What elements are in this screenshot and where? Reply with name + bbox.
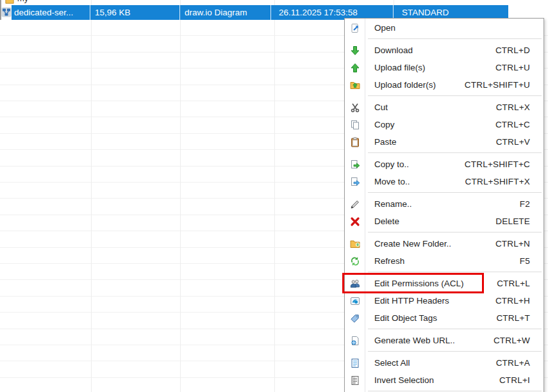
menu-item-rename[interactable]: Rename..F2 (345, 195, 544, 213)
tags-icon (345, 313, 365, 323)
menu-item-copy[interactable]: CopyCTRL+C (345, 116, 544, 133)
menu-item-shortcut: CTRL+U (495, 63, 544, 72)
column-divider (180, 0, 181, 392)
web-url-icon (345, 336, 365, 346)
invert-selection-icon (345, 375, 365, 386)
menu-item-cut[interactable]: CutCTRL+X (345, 99, 544, 116)
menu-item-label: Delete (365, 216, 495, 226)
menu-separator (345, 151, 544, 156)
menu-separator (345, 270, 544, 275)
menu-item-shortcut: CTRL+H (495, 296, 544, 306)
copy-to-icon (345, 159, 365, 170)
file-name: my new folder (17, 0, 38, 5)
menu-item-shortcut: CTRL+W (494, 336, 544, 345)
menu-item-label: Select All (365, 358, 496, 368)
copy-icon (345, 120, 365, 130)
menu-item-refresh[interactable]: RefreshF5 (345, 252, 544, 270)
menu-item-upload-folder-s[interactable]: Upload folder(s)CTRL+SHIFT+U (345, 76, 544, 94)
delete-icon (345, 216, 365, 227)
menu-item-shortcut: CTRL+V (496, 137, 544, 147)
move-to-icon (345, 177, 365, 187)
menu-item-label: Edit Permissions (ACL) (365, 279, 497, 288)
file-row-partial[interactable]: my new folder (0, 0, 548, 5)
context-menu: OpenDownloadCTRL+DUpload file(s)CTRL+UUp… (344, 18, 544, 392)
upload-icon (345, 63, 365, 73)
menu-item-shortcut: F2 (520, 199, 544, 209)
menu-item-shortcut: CTRL+C (495, 120, 544, 129)
file-type: draw.io Diagram (180, 5, 271, 20)
menu-item-label: Paste (365, 137, 496, 147)
menu-item-invert-selection[interactable]: Invert SelectionCTRL+I (345, 372, 544, 389)
menu-item-paste[interactable]: PasteCTRL+V (345, 133, 544, 151)
menu-item-label: Rename.. (365, 199, 520, 209)
menu-separator (345, 190, 544, 195)
menu-item-shortcut: CTRL+SHIFT+U (465, 80, 544, 90)
menu-item-label: Copy (365, 120, 495, 129)
paste-icon (345, 137, 365, 147)
menu-item-shortcut: CTRL+A (496, 358, 544, 368)
menu-item-download[interactable]: DownloadCTRL+D (345, 42, 544, 59)
menu-separator (345, 94, 544, 99)
http-headers-icon (345, 296, 365, 306)
menu-item-upload-file-s[interactable]: Upload file(s)CTRL+U (345, 59, 544, 76)
menu-separator (345, 230, 544, 235)
folder-icon (5, 0, 14, 4)
new-folder-icon (345, 239, 365, 249)
menu-separator (345, 37, 544, 42)
menu-item-shortcut: CTRL+SHIFT+C (465, 159, 544, 169)
menu-item-label: Create New Folder.. (365, 239, 495, 249)
rename-icon (345, 199, 365, 209)
file-manager-screen: my new folder dedicated-ser... 15,96 KB … (0, 0, 548, 392)
menu-item-shortcut: CTRL+N (495, 239, 544, 249)
menu-item-label: Edit HTTP Headers (365, 296, 495, 306)
column-divider (91, 0, 92, 392)
menu-item-create-new-folder[interactable]: Create New Folder..CTRL+N (345, 235, 544, 252)
drawio-file-icon (1, 7, 12, 17)
menu-item-shortcut: CTRL+I (499, 375, 544, 385)
download-icon (345, 45, 365, 56)
file-size: 15,96 KB (90, 5, 180, 20)
menu-item-shortcut: F5 (520, 256, 544, 266)
menu-item-shortcut: CTRL+D (495, 45, 544, 55)
menu-item-edit-permissions-acl[interactable]: Edit Permissions (ACL)CTRL+L (345, 275, 544, 292)
menu-item-generate-web-url[interactable]: Generate Web URL..CTRL+W (345, 332, 544, 349)
permissions-icon (345, 279, 365, 289)
menu-item-label: Edit Object Tags (365, 313, 496, 323)
menu-item-label: Cut (365, 102, 496, 112)
select-all-icon (345, 358, 365, 368)
menu-item-label: Invert Selection (365, 375, 499, 385)
menu-separator (345, 389, 544, 392)
menu-item-edit-http-headers[interactable]: Edit HTTP HeadersCTRL+H (345, 292, 544, 309)
menu-item-label: Move to.. (365, 177, 465, 186)
menu-item-label: Upload folder(s) (365, 80, 465, 90)
menu-item-edit-object-tags[interactable]: Edit Object TagsCTRL+T (345, 309, 544, 327)
menu-item-label: Download (365, 45, 495, 55)
menu-separator (345, 349, 544, 354)
menu-item-label: Refresh (365, 256, 520, 266)
menu-item-shortcut: CTRL+L (497, 279, 544, 288)
menu-item-label: Upload file(s) (365, 63, 495, 72)
refresh-icon (345, 256, 365, 266)
column-divider (274, 0, 275, 392)
menu-item-move-to[interactable]: Move to..CTRL+SHIFT+X (345, 173, 544, 190)
upload-folder-icon (345, 80, 365, 90)
menu-item-select-all[interactable]: Select AllCTRL+A (345, 354, 544, 372)
menu-item-delete[interactable]: DeleteDELETE (345, 213, 544, 230)
menu-item-label: Copy to.. (365, 159, 465, 169)
menu-item-shortcut: CTRL+SHIFT+X (465, 177, 544, 186)
cut-icon (345, 102, 365, 113)
menu-item-shortcut: DELETE (495, 216, 544, 226)
menu-item-open[interactable]: Open (345, 19, 544, 37)
menu-item-shortcut: CTRL+T (496, 313, 544, 323)
menu-item-label: Generate Web URL.. (365, 336, 494, 345)
open-icon (345, 23, 365, 33)
menu-separator (345, 327, 544, 332)
menu-item-copy-to[interactable]: Copy to..CTRL+SHIFT+C (345, 156, 544, 173)
menu-item-label: Open (365, 23, 530, 33)
file-name: dedicated-ser... (12, 5, 90, 20)
menu-item-shortcut: CTRL+X (496, 102, 544, 112)
